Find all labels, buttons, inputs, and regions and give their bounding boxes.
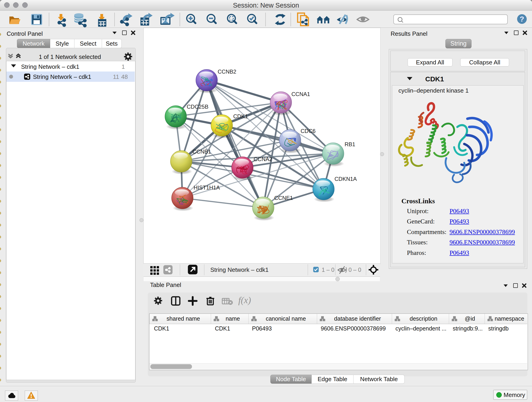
svg-text:RB1: RB1 xyxy=(345,141,355,147)
svg-text:CCNA2: CCNA2 xyxy=(254,156,272,162)
svg-text:CDK1: CDK1 xyxy=(233,113,248,119)
svg-text:CDC6: CDC6 xyxy=(301,128,316,134)
svg-text:HIST1H1A: HIST1H1A xyxy=(194,185,220,191)
svg-text:CDC25B: CDC25B xyxy=(187,104,209,110)
svg-text:CCNE1: CCNE1 xyxy=(274,195,293,201)
svg-text:CDKN1A: CDKN1A xyxy=(335,176,357,182)
svg-text:CCNA1: CCNA1 xyxy=(291,91,310,97)
svg-text:CCNB2: CCNB2 xyxy=(218,69,236,75)
svg-text:CCNB1: CCNB1 xyxy=(192,148,211,155)
